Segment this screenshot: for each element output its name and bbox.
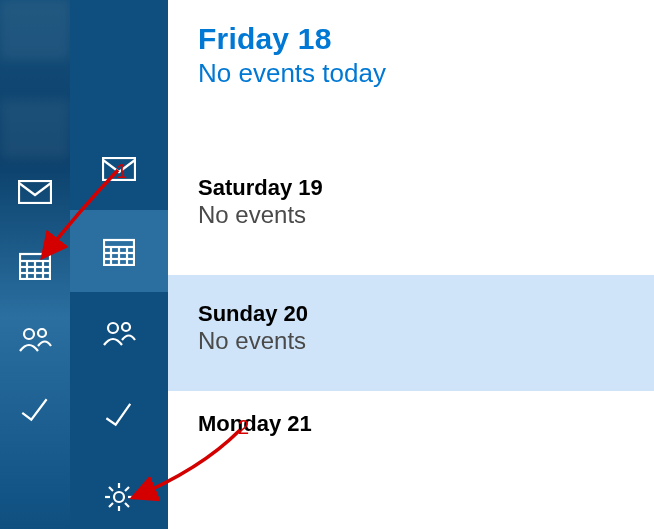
svg-rect-0 [19,181,51,203]
svg-point-20 [114,492,124,502]
agenda-day-today[interactable]: Friday 18 No events today [168,0,654,105]
svg-line-27 [125,487,129,491]
day-title: Friday 18 [198,22,624,56]
agenda-list: Friday 18 No events today Saturday 19 No… [168,0,654,529]
rail1-calendar-button[interactable] [19,250,51,284]
mail-icon [18,180,52,204]
people-icon [18,326,52,352]
narrow-app-rail [0,0,70,529]
svg-point-8 [24,329,34,339]
svg-line-28 [109,503,113,507]
day-subtitle: No events today [198,58,624,89]
day-title: Saturday 19 [198,175,624,201]
todo-icon [102,402,136,428]
calendar-icon [103,236,135,266]
todo-icon [19,398,51,422]
day-title: Monday 21 [198,411,624,437]
agenda-day-sunday-selected[interactable]: Sunday 20 No events [168,275,654,391]
annotation-label-1: 1 [116,160,127,183]
day-subtitle: No events [198,201,624,229]
day-title: Sunday 20 [198,301,624,327]
sidebar-calendar-button[interactable] [70,210,168,292]
rail1-people-button[interactable] [18,326,52,356]
svg-point-9 [38,329,46,337]
svg-point-18 [108,323,118,333]
calendar-icon [19,250,51,280]
annotation-label-2: 2 [238,416,249,439]
svg-line-26 [125,503,129,507]
sidebar-todo-button[interactable] [70,374,168,456]
app-sidebar [70,0,168,529]
rail1-mail-button[interactable] [18,180,52,208]
day-subtitle: No events [198,327,624,355]
people-icon [102,320,136,346]
rail1-todo-button[interactable] [19,398,51,426]
sidebar-people-button[interactable] [70,292,168,374]
svg-line-25 [109,487,113,491]
sidebar-settings-button[interactable] [70,456,168,529]
svg-point-19 [122,323,130,331]
agenda-day-saturday[interactable]: Saturday 19 No events [168,161,654,245]
settings-icon [104,482,134,512]
